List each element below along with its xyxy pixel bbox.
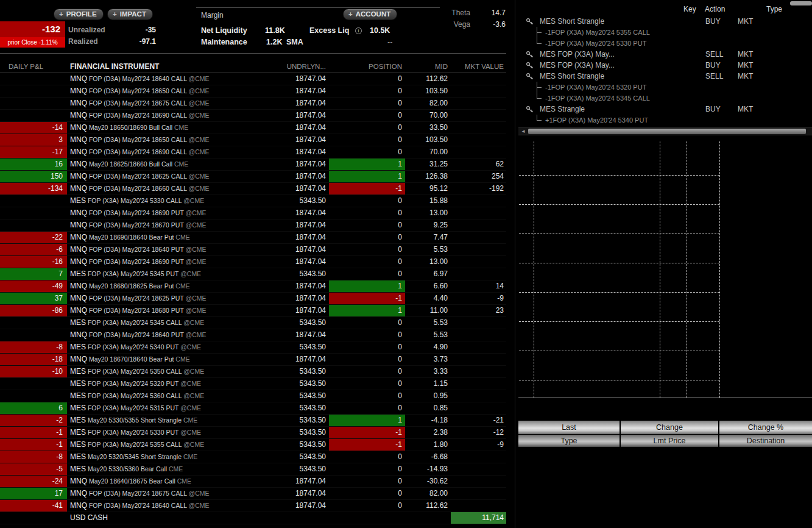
column-header-mid[interactable]: MID: [405, 61, 451, 72]
instrument-cell: MNQ May20 18670/18640 Bear Put CME: [67, 354, 274, 366]
table-row[interactable]: -8MES May20 5320/5345 Short Strangle CME…: [0, 451, 506, 463]
order-leg-row[interactable]: +1FOP (X3A) May20'24 5340 PUT: [518, 115, 812, 126]
position-cell: 0: [329, 98, 405, 110]
column-header-daily-pnl[interactable]: DAILY P&L: [0, 61, 67, 72]
column-header-mkt-value[interactable]: MKT VALUE: [451, 61, 506, 72]
position-cell: 0: [329, 256, 405, 268]
instrument-venue: CME: [182, 416, 197, 424]
order-leg-row[interactable]: -1FOP (X3A) May20'24 5320 PUT: [518, 82, 812, 93]
profile-button[interactable]: +PROFILE: [54, 9, 104, 20]
orders-panel: MES Short StrangleBUYMKT-1FOP (X3A) May2…: [518, 16, 812, 126]
key-icon[interactable]: [526, 73, 534, 80]
table-row[interactable]: MES FOP (X3A) May20'24 5360 CALL @CME534…: [0, 390, 506, 402]
instrument-venue: CME: [174, 234, 189, 241]
mkt-value-cell: [451, 232, 506, 244]
daily-pnl-cell: -134: [0, 183, 67, 195]
table-row[interactable]: MNQ FOP (D3A) May20'24 18675 CALL @CME18…: [0, 98, 506, 110]
column-header-instrument[interactable]: FINANCIAL INSTRUMENT: [67, 61, 274, 72]
instrument-cell: MNQ May20 18690/18640 Bear Put CME: [67, 232, 274, 244]
instrument-symbol: MNQ: [70, 257, 87, 266]
column-header-position[interactable]: POSITION: [329, 61, 405, 72]
key-icon[interactable]: [526, 18, 534, 26]
position-cell: 0: [329, 317, 405, 329]
instrument-detail: May20 18650/18690 Bull Call: [87, 124, 172, 131]
quote-header-cell: Destination: [719, 435, 812, 447]
scrollbar-thumb[interactable]: [528, 129, 806, 134]
table-row[interactable]: MNQ FOP (D3A) May20'24 18670 PUT @CME187…: [0, 219, 506, 232]
key-icon[interactable]: [526, 105, 534, 113]
cash-row[interactable]: USD CASH 11,714: [0, 512, 506, 524]
order-action: SELL: [705, 49, 723, 60]
table-row[interactable]: -5MES May20 5330/5360 Bear Call CME5343.…: [0, 463, 506, 476]
table-row[interactable]: 7MES FOP (X3A) May20'24 5345 PUT @CME534…: [0, 268, 506, 280]
order-row[interactable]: MES FOP (X3A) May...BUYMKT: [518, 60, 812, 71]
prior-close-strip: prior Close -1.11%: [0, 37, 65, 48]
table-row[interactable]: -18MNQ May20 18670/18640 Bear Put CME187…: [0, 354, 506, 366]
table-row[interactable]: -10MES FOP (X3A) May20'24 5350 CALL @CME…: [0, 366, 506, 378]
table-row[interactable]: -49MNQ May20 18680/18625 Bear Put CME187…: [0, 280, 506, 293]
order-leg-label: -1FOP (X3A) May20'24 5355 CALL: [545, 27, 650, 38]
daily-pnl-cell: -17: [0, 146, 67, 159]
column-header-underlying[interactable]: UNDRLYN...: [274, 61, 329, 72]
underlying-cell: 18747.04: [274, 329, 329, 341]
table-row[interactable]: -1MES FOP (X3A) May20'24 5330 PUT @CME53…: [0, 427, 506, 439]
table-row[interactable]: MNQ FOP (D3A) May20'24 18650 CALL @CME18…: [0, 85, 506, 98]
mid-cell: 9.25: [405, 219, 451, 232]
position-cell: 0: [329, 329, 405, 341]
mid-cell: 126.38: [405, 171, 451, 183]
table-row[interactable]: MES FOP (X3A) May20'24 5330 CALL @CME534…: [0, 195, 506, 207]
daily-pnl-cell: -86: [0, 305, 67, 317]
orders-column-key[interactable]: Key: [683, 5, 696, 13]
orders-scrollbar[interactable]: ◄: [518, 127, 812, 135]
table-row[interactable]: -1MES FOP (X3A) May20'24 5355 CALL @CME5…: [0, 439, 506, 451]
key-icon[interactable]: [526, 62, 534, 70]
underlying-cell: 5343.50: [274, 415, 329, 427]
table-row[interactable]: -24MNQ May20 18640/18675 Bear Call CME18…: [0, 476, 506, 488]
table-row[interactable]: -22MNQ May20 18690/18640 Bear Put CME187…: [0, 232, 506, 244]
table-row[interactable]: -8MES FOP (X3A) May20'24 5340 PUT @CME53…: [0, 341, 506, 354]
table-row[interactable]: -2MES May20 5330/5355 Short Strangle CME…: [0, 415, 506, 427]
instrument-cell: MES FOP (X3A) May20'24 5355 CALL @CME: [67, 439, 274, 451]
table-row[interactable]: -134MNQ FOP (D3A) May20'24 18660 CALL @C…: [0, 183, 506, 195]
table-row[interactable]: MES FOP (X3A) May20'24 5345 CALL @CME534…: [0, 317, 506, 329]
table-row[interactable]: 3MNQ FOP (D3A) May20'24 18650 CALL @CME1…: [0, 134, 506, 146]
table-row[interactable]: -16MNQ FOP (D3A) May20'24 18690 PUT @CME…: [0, 256, 506, 268]
table-row[interactable]: 37MNQ FOP (D3A) May20'24 18625 PUT @CME1…: [0, 293, 506, 305]
table-row[interactable]: MNQ FOP (D3A) May20'24 18690 PUT @CME187…: [0, 207, 506, 219]
key-icon[interactable]: [526, 51, 534, 59]
table-row[interactable]: MNQ FOP (D3A) May20'24 18640 PUT @CME187…: [0, 329, 506, 341]
table-row[interactable]: 6MES FOP (X3A) May20'24 5315 PUT @CME534…: [0, 402, 506, 415]
scroll-left-icon[interactable]: ◄: [520, 128, 527, 135]
account-button[interactable]: +ACCOUNT: [343, 9, 397, 20]
table-row[interactable]: -86MNQ FOP (D3A) May20'24 18680 PUT @CME…: [0, 305, 506, 317]
order-row[interactable]: MES Short StrangleBUYMKT: [518, 16, 812, 27]
table-row[interactable]: MES FOP (X3A) May20'24 5320 PUT @CME5343…: [0, 378, 506, 390]
table-row[interactable]: MNQ FOP (D3A) May20'24 18640 CALL @CME18…: [0, 73, 506, 85]
mkt-value-cell: 23: [451, 305, 506, 317]
scrollbar-thumb[interactable]: [790, 1, 812, 5]
order-leg-row[interactable]: -1FOP (X3A) May20'24 5345 CALL: [518, 93, 812, 104]
order-leg-row[interactable]: -1FOP (X3A) May20'24 5355 CALL: [518, 27, 812, 38]
table-row[interactable]: 150MNQ FOP (D3A) May20'24 18625 CALL @CM…: [0, 171, 506, 183]
chart-gridline: [519, 321, 719, 322]
order-row[interactable]: MES FOP (X3A) May...SELLMKT: [518, 49, 812, 60]
order-row[interactable]: MES Short StrangleSELLMKT: [518, 71, 812, 82]
info-icon[interactable]: i: [355, 27, 362, 34]
orders-column-action[interactable]: Action: [705, 5, 725, 13]
table-row[interactable]: MNQ FOP (D3A) May20'24 18690 CALL @CME18…: [0, 110, 506, 122]
impact-button[interactable]: +IMPACT: [107, 9, 153, 20]
table-row[interactable]: -6MNQ FOP (D3A) May20'24 18640 PUT @CME1…: [0, 244, 506, 256]
table-row[interactable]: 16MNQ May20 18625/18660 Bull Call CME187…: [0, 159, 506, 171]
table-row[interactable]: -14MNQ May20 18650/18690 Bull Call CME18…: [0, 122, 506, 134]
position-cell: 0: [329, 488, 405, 500]
table-row[interactable]: -17MNQ FOP (D3A) May20'24 18690 CALL @CM…: [0, 146, 506, 159]
table-row[interactable]: 17MNQ FOP (D3A) May20'24 18675 CALL @CME…: [0, 488, 506, 500]
orders-column-type[interactable]: Type: [766, 5, 782, 13]
table-row[interactable]: -41MNQ FOP (D3A) May20'24 18640 CALL @CM…: [0, 500, 506, 512]
order-leg-row[interactable]: -1FOP (X3A) May20'24 5330 PUT: [518, 38, 812, 49]
quote-header-cell: Last: [518, 421, 620, 434]
order-row[interactable]: MES StrangleBUYMKT: [518, 104, 812, 115]
instrument-symbol: MNQ: [70, 160, 87, 168]
mid-cell: 1.15: [405, 378, 451, 390]
underlying-cell: 18747.04: [274, 207, 329, 219]
